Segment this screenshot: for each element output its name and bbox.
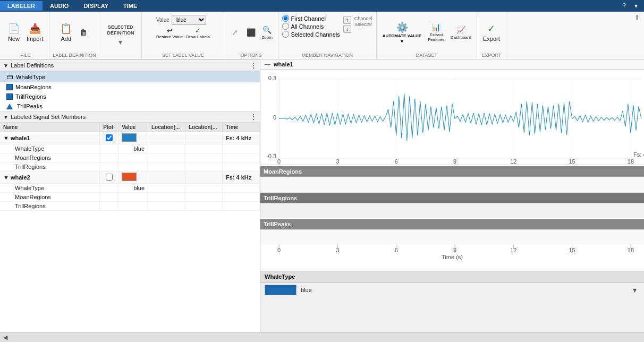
waveform-dash-icon: — xyxy=(265,61,270,67)
whale1-trillregions-name: TrillRegions xyxy=(0,163,100,172)
channel-selector: Channel Selector xyxy=(354,14,372,27)
whale2-plot-checkbox[interactable] xyxy=(106,174,113,181)
label-def-chevron-icon: ▼ xyxy=(3,63,9,69)
svg-text:MoanRegions: MoanRegions xyxy=(264,168,302,175)
col-plot: Plot xyxy=(100,123,118,132)
whale1-color-swatch xyxy=(122,133,137,142)
channel-options: First Channel All Channels Selected Chan… xyxy=(282,14,340,38)
options-extra-btn2[interactable]: ⬛ xyxy=(243,27,258,38)
label-definitions-header[interactable]: ▼ Label Definitions ⋮ xyxy=(0,59,260,71)
member-nav-group-label: MEMBER NAVIGATION xyxy=(282,52,373,58)
nav-up-button[interactable]: ↑ xyxy=(343,16,351,24)
set-label-group-label: SET LABEL VALUE xyxy=(145,52,221,58)
table-row-whale1-trillregions[interactable]: TrillRegions xyxy=(0,163,260,172)
svg-text:6: 6 xyxy=(395,158,398,165)
all-channels-radio[interactable] xyxy=(282,23,289,30)
label-def-menu-icon[interactable]: ⋮ xyxy=(250,62,257,69)
signals-header[interactable]: ▼ Labeled Signal Set Members ⋮ xyxy=(0,111,260,123)
label-def-item-trillpeaks[interactable]: TrillPeaks xyxy=(0,101,260,111)
zoom-btn[interactable]: 🔍 Zoom xyxy=(259,24,274,41)
zoom-label: Zoom xyxy=(261,35,272,40)
table-row-whale1[interactable]: ▼ whale1 Fs: 4 kHz xyxy=(0,132,260,144)
whale2-value-cell xyxy=(118,172,148,184)
new-button[interactable]: 📄 New xyxy=(5,22,22,44)
svg-rect-30 xyxy=(260,229,644,244)
label-dropdown-icon[interactable]: ▾ xyxy=(633,286,640,294)
table-row-whale2-whaletype[interactable]: WhaleType blue xyxy=(0,184,260,193)
value-select[interactable]: blue red green xyxy=(172,15,206,25)
selected-channels-option[interactable]: Selected Channels xyxy=(282,31,340,38)
regions-area: MoanRegions TrillRegions TrillPeaks 0 3 … xyxy=(260,165,644,271)
label-definitions-title: Label Definitions xyxy=(11,62,54,69)
table-row-whale2-moanregions[interactable]: MoanRegions xyxy=(0,193,260,202)
chevron-button[interactable]: ▾ xyxy=(631,1,641,11)
import-label: Import xyxy=(27,36,43,42)
svg-rect-24 xyxy=(260,177,644,192)
options-icon1: ⤢ xyxy=(232,28,238,37)
label-panel-title: WhaleType xyxy=(265,273,295,280)
export-button[interactable]: ✓ Export xyxy=(480,22,503,44)
delete-icon: 🗑 xyxy=(80,28,87,37)
whale1-label: whale1 xyxy=(11,135,30,141)
whale2-name: ▼ whale2 xyxy=(0,172,100,184)
dataset-content: ⚙️ AUTOMATE VALUE ▾ 📊 ExtractFeatures 📈 … xyxy=(380,14,473,52)
restore-btn[interactable]: ↩ Restore Value xyxy=(156,27,183,39)
help-button[interactable]: ? xyxy=(619,1,629,11)
col-name: Name xyxy=(0,123,100,132)
title-bar-controls: ? ▾ xyxy=(619,1,644,11)
whale2-trillregions-name: TrillRegions xyxy=(0,202,100,211)
first-channel-option[interactable]: First Channel xyxy=(282,15,340,22)
svg-text:0: 0 xyxy=(277,158,281,165)
whale1-whaletype-plot xyxy=(100,144,118,153)
label-def-item-whaletype[interactable]: 🗃 WhaleType xyxy=(0,71,260,82)
ribbon-collapse[interactable]: ⬆ xyxy=(632,12,642,59)
label-def-item-trillregions[interactable]: TrillRegions xyxy=(0,92,260,101)
draw-labels-btn[interactable]: ✓ Draw Labels xyxy=(186,27,209,39)
svg-text:15: 15 xyxy=(569,158,575,165)
label-color-bar[interactable] xyxy=(265,285,296,295)
nav-down-button[interactable]: ↓ xyxy=(343,25,351,33)
table-row-whale1-whaletype[interactable]: WhaleType blue xyxy=(0,144,260,153)
signals-menu-icon[interactable]: ⋮ xyxy=(250,113,257,121)
svg-text:3: 3 xyxy=(336,158,339,165)
first-channel-radio[interactable] xyxy=(282,15,289,22)
tab-labeler[interactable]: LABELER xyxy=(0,1,43,11)
new-icon: 📄 xyxy=(8,23,20,35)
whale2-expand-icon[interactable]: ▼ xyxy=(3,174,11,181)
regions-chart: MoanRegions TrillRegions TrillPeaks 0 3 … xyxy=(260,165,644,271)
selected-channels-radio[interactable] xyxy=(282,31,289,38)
whale1-plot-checkbox[interactable] xyxy=(106,134,113,141)
whale1-trillregions-value xyxy=(118,163,148,172)
draw-labels-icon: ✓ xyxy=(195,27,201,35)
all-channels-label: All Channels xyxy=(291,23,324,30)
import-button[interactable]: 📥 Import xyxy=(24,22,46,44)
whale1-time: Fs: 4 kHz xyxy=(223,132,260,144)
label-panel-header: WhaleType xyxy=(260,271,644,283)
automate-value-btn[interactable]: ⚙️ AUTOMATE VALUE ▾ xyxy=(380,20,424,46)
signals-chevron-icon: ▼ xyxy=(3,114,9,120)
set-label-content: Value blue red green ↩ Restore Value ✓ D… xyxy=(156,14,210,52)
waveform-area[interactable]: 0.3 0 -0.3 0 3 6 9 12 xyxy=(260,70,644,165)
svg-rect-28 xyxy=(260,219,644,229)
ribbon-collapse-icon[interactable]: ⬆ xyxy=(634,14,640,21)
tab-display[interactable]: DISPLAY xyxy=(76,1,116,11)
label-def-item-moanregions[interactable]: MoanRegions xyxy=(0,82,260,92)
whale1-expand-icon[interactable]: ▼ xyxy=(3,135,11,141)
trillregions-label: TrillRegions xyxy=(15,93,46,100)
options-extra-btn1[interactable]: ⤢ xyxy=(227,27,242,38)
zoom-icon: 🔍 xyxy=(262,25,272,35)
selected-def-arrow[interactable]: ▾ xyxy=(118,38,122,46)
tab-time[interactable]: TIME xyxy=(116,1,145,11)
tab-audio[interactable]: AUDIO xyxy=(43,1,76,11)
signals-section: Name Plot Value Location(... Location(..… xyxy=(0,123,260,332)
extract-features-btn[interactable]: 📊 ExtractFeatures xyxy=(426,22,447,44)
add-button[interactable]: 📋 Add xyxy=(57,22,74,44)
delete-button[interactable]: 🗑 xyxy=(76,27,91,38)
table-row-whale2[interactable]: ▼ whale2 Fs: 4 kHz xyxy=(0,172,260,184)
table-row-whale2-trillregions[interactable]: TrillRegions xyxy=(0,202,260,211)
table-row-whale1-moanregions[interactable]: MoanRegions xyxy=(0,153,260,163)
svg-text:12: 12 xyxy=(510,158,516,165)
options-group-label: OPTIONS xyxy=(227,52,274,58)
dashboard-btn[interactable]: 📈 Dashboard xyxy=(448,24,473,41)
all-channels-option[interactable]: All Channels xyxy=(282,23,340,30)
